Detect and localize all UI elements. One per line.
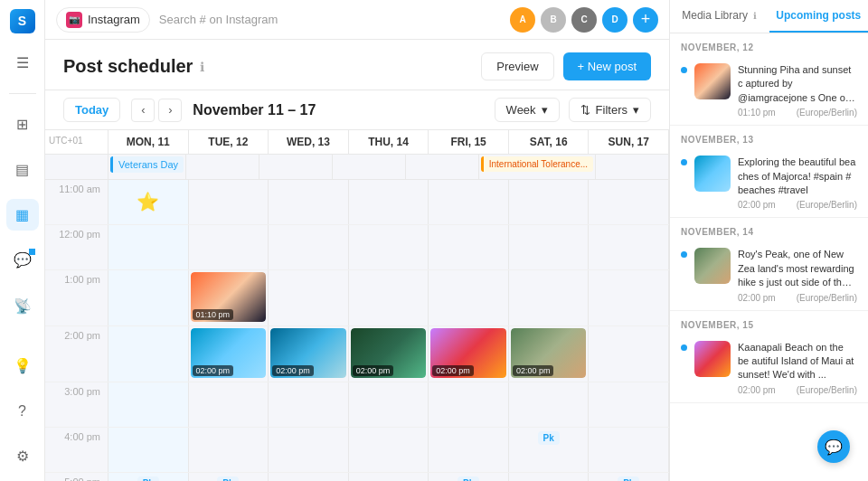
upcoming-meta-nov13: 02:00 pm (Europe/Berlin): [738, 200, 857, 210]
tue-3pm: [189, 382, 269, 427]
post-thumb-sat-2pm[interactable]: 02:00 pm: [511, 328, 587, 378]
calendar-icon[interactable]: ▦: [6, 199, 39, 230]
app-logo[interactable]: S: [10, 9, 35, 33]
pk-badge-sun-5pm[interactable]: Pk: [618, 476, 639, 481]
tue-2pm[interactable]: 02:00 pm: [189, 326, 269, 382]
avatar-3[interactable]: C: [571, 7, 597, 33]
sun-12pm: [589, 225, 669, 269]
thu-12pm: [349, 225, 429, 269]
upcoming-info-nov14: Roy's Peak, one of New Zea land's most r…: [738, 248, 857, 302]
wed-1pm: [269, 270, 349, 325]
post-time-fri-2pm: 02:00 pm: [432, 365, 474, 376]
post-time-tue-2pm: 02:00 pm: [193, 365, 234, 376]
upcoming-item-nov13[interactable]: Exploring the beautiful bea ches of Majo…: [670, 148, 868, 218]
tolerance-day-event[interactable]: International Tolerance...: [481, 156, 593, 172]
mon-11am[interactable]: ⭐: [108, 180, 189, 224]
upcoming-thumb-nov12: [694, 63, 731, 99]
sat-event-cell[interactable]: International Tolerance...: [479, 155, 596, 179]
grid-icon[interactable]: ⊞: [6, 108, 39, 139]
time-row-12pm: 12:00 pm: [45, 225, 669, 270]
tue-1pm[interactable]: 01:10 pm: [189, 270, 269, 325]
post-thumb-wed-2pm[interactable]: 02:00 pm: [270, 328, 346, 378]
prev-week-button[interactable]: ‹: [131, 99, 155, 122]
chat-icon[interactable]: 💬: [6, 245, 39, 276]
upcoming-item-nov15[interactable]: Kaanapali Beach on the be autiful Island…: [670, 334, 868, 403]
section-header-nov12: NOVEMBER, 12: [670, 33, 868, 56]
time-label-4pm: 4:00 pm: [45, 428, 108, 472]
post-thumb-tue-2pm[interactable]: 02:00 pm: [191, 328, 267, 378]
upcoming-dot-2: [681, 159, 687, 165]
fri-5pm[interactable]: Pk: [429, 473, 509, 481]
mon-4pm: [108, 428, 189, 472]
tue-5pm[interactable]: Pk: [189, 473, 269, 481]
timezone-label: UTC+01: [45, 130, 108, 154]
upcoming-info-nov12: Stunning Piha and sunset c aptured by @i…: [738, 63, 857, 118]
sat-4pm[interactable]: Pk: [509, 428, 590, 472]
sun-5pm[interactable]: Pk: [589, 473, 669, 481]
day-header-tue: TUE, 12: [189, 130, 269, 154]
tab-media-library[interactable]: Media Library ℹ: [670, 0, 769, 33]
sun-3pm: [589, 382, 669, 427]
pk-badge-fri-5pm[interactable]: Pk: [458, 476, 479, 481]
wed-event-cell: [259, 155, 333, 179]
upcoming-text-nov14: Roy's Peak, one of New Zea land's most r…: [738, 248, 857, 289]
lightbulb-icon[interactable]: 💡: [6, 350, 39, 381]
pk-badge-sat-4pm[interactable]: Pk: [538, 431, 560, 445]
upcoming-posts-list: NOVEMBER, 12 Stunning Piha and sunset c …: [670, 33, 868, 481]
top-nav: 📷 Instagram Search # on Instagram A B C …: [45, 0, 669, 40]
sat-12pm: [509, 225, 590, 269]
pk-badge-mon-5pm[interactable]: Pk: [137, 476, 159, 481]
search-input[interactable]: Search # on Instagram: [159, 13, 501, 26]
avatar-4[interactable]: D: [602, 7, 627, 33]
platform-selector[interactable]: 📷 Instagram: [56, 7, 150, 33]
next-week-button[interactable]: ›: [158, 99, 182, 122]
veterans-day-event[interactable]: Veterans Day: [110, 156, 184, 173]
help-icon[interactable]: ?: [6, 395, 39, 426]
day-header-sat: SAT, 16: [509, 130, 590, 154]
mon-event-cell[interactable]: Veterans Day: [108, 155, 186, 179]
add-account-button[interactable]: +: [633, 7, 658, 33]
broadcast-icon[interactable]: 📡: [6, 290, 39, 321]
sat-1pm: [509, 270, 590, 325]
settings-icon[interactable]: ⚙: [6, 441, 39, 472]
menu-icon[interactable]: ☰: [6, 48, 39, 79]
week-dropdown[interactable]: Week ▾: [495, 98, 560, 122]
time-label-12pm: 12:00 pm: [45, 225, 108, 269]
info-icon[interactable]: ℹ: [200, 60, 204, 74]
upcoming-item-nov14[interactable]: Roy's Peak, one of New Zea land's most r…: [670, 240, 868, 310]
avatar-1[interactable]: A: [510, 7, 535, 33]
upcoming-dot: [681, 67, 687, 73]
day-header-sun: SUN, 17: [589, 130, 669, 154]
upcoming-item-nov12[interactable]: Stunning Piha and sunset c aptured by @i…: [670, 56, 868, 126]
time-label-5pm: 5:00 pm: [45, 473, 108, 481]
star-post[interactable]: ⭐: [110, 182, 186, 222]
filters-dropdown[interactable]: ⇅ Filters ▾: [569, 98, 651, 122]
avatar-group: A B C D +: [510, 7, 658, 33]
post-thumb-tue-1pm[interactable]: 01:10 pm: [191, 272, 267, 322]
post-time-thu-2pm: 02:00 pm: [353, 365, 394, 376]
today-button[interactable]: Today: [63, 98, 120, 122]
tab-upcoming-posts[interactable]: Upcoming posts: [769, 0, 869, 33]
thu-2pm[interactable]: 02:00 pm: [349, 326, 429, 382]
sat-2pm[interactable]: 02:00 pm: [509, 326, 590, 382]
chat-support-button[interactable]: 💬: [817, 430, 850, 463]
avatar-2[interactable]: B: [541, 7, 566, 33]
fri-12pm: [429, 225, 509, 269]
page-header: Post scheduler ℹ Preview + New post: [45, 40, 669, 90]
fri-2pm[interactable]: 02:00 pm: [429, 326, 509, 382]
post-thumb-thu-2pm[interactable]: 02:00 pm: [351, 328, 427, 378]
sun-11am: [589, 180, 669, 224]
thu-4pm: [349, 428, 429, 472]
new-post-button[interactable]: + New post: [563, 52, 651, 80]
preview-button[interactable]: Preview: [481, 52, 553, 80]
sun-event-cell: [596, 155, 669, 179]
chat-notification-dot: [29, 249, 35, 255]
mon-5pm[interactable]: Pk: [108, 473, 189, 481]
wed-2pm[interactable]: 02:00 pm: [269, 326, 349, 382]
time-label-1pm: 1:00 pm: [45, 270, 108, 325]
day-header-mon: MON, 11: [108, 130, 189, 154]
post-thumb-fri-2pm[interactable]: 02:00 pm: [430, 328, 506, 378]
day-header-fri: FRI, 15: [429, 130, 509, 154]
pk-badge-tue-5pm[interactable]: Pk: [217, 476, 239, 481]
inbox-icon[interactable]: ▤: [6, 154, 39, 184]
